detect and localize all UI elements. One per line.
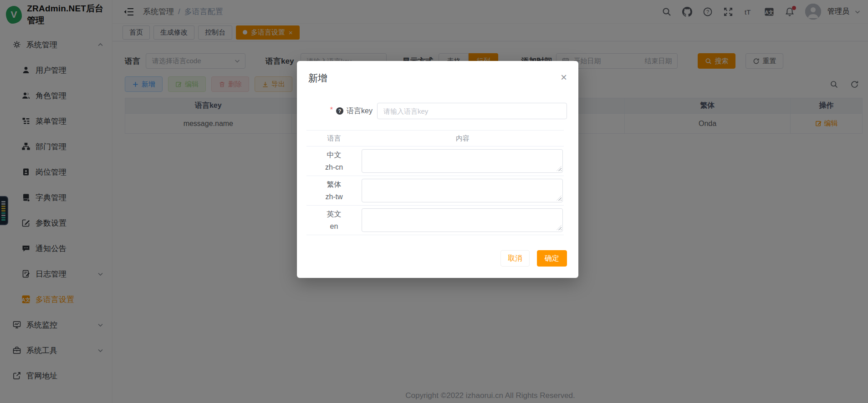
close-icon[interactable]: ×: [561, 72, 567, 83]
language-content-table: 语言 内容 中文 zh-cn 繁体 zh-tw: [306, 130, 564, 235]
language-key-input[interactable]: [377, 103, 567, 119]
field-label-group: * ? 语言key: [297, 106, 377, 116]
language-label: 英文 en: [306, 208, 362, 232]
language-row-zh-tw: 繁体 zh-tw: [306, 176, 564, 206]
required-mark: *: [330, 106, 333, 114]
content-textarea-wrap: [362, 208, 564, 232]
content-column-header: 内容: [362, 131, 564, 146]
language-label: 中文 zh-cn: [306, 149, 362, 173]
language-row-en: 英文 en: [306, 206, 564, 235]
field-label: 语言key: [347, 106, 373, 116]
dialog-header: 新增 ×: [297, 61, 578, 85]
help-circle-icon[interactable]: ?: [336, 107, 344, 115]
zh-cn-content-textarea[interactable]: [362, 149, 563, 173]
language-row-zh-cn: 中文 zh-cn: [306, 146, 564, 176]
confirm-button[interactable]: 确定: [537, 250, 567, 267]
app-window: V ZRAdmin.NET后台管理 系统管理: [0, 0, 868, 403]
language-column-header: 语言: [306, 131, 362, 146]
zh-tw-content-textarea[interactable]: [362, 179, 563, 202]
content-textarea-wrap: [362, 179, 564, 202]
language-table-header: 语言 内容: [306, 130, 564, 146]
cancel-button[interactable]: 取消: [500, 250, 530, 267]
dialog-footer: 取消 确定: [500, 250, 567, 267]
svg-text:?: ?: [338, 108, 341, 114]
language-label: 繁体 zh-tw: [306, 178, 362, 203]
dialog-title: 新增: [308, 73, 327, 83]
add-dialog: 新增 × * ? 语言key 语言 内容 中文 zh-cn: [297, 61, 578, 278]
en-content-textarea[interactable]: [362, 208, 563, 232]
content-textarea-wrap: [362, 149, 564, 173]
language-key-field: * ? 语言key: [297, 103, 567, 119]
